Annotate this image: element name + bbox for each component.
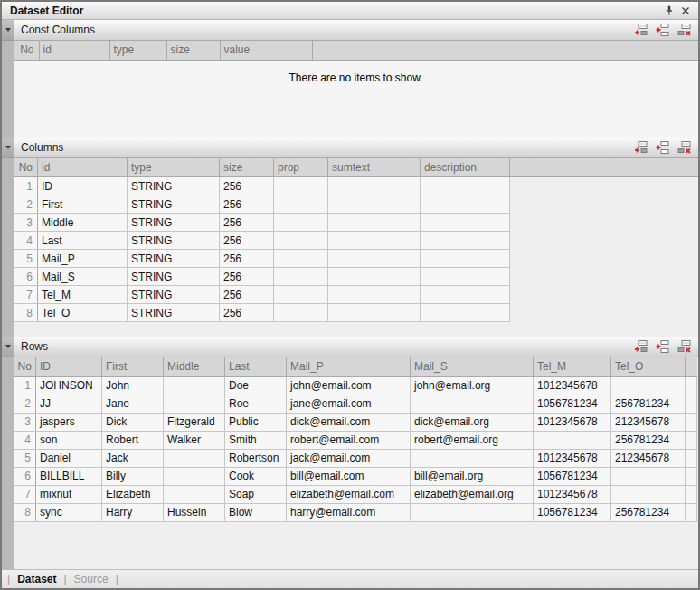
data-cell-type[interactable]: STRING	[128, 214, 220, 232]
collapse-toggle-rows[interactable]	[2, 337, 14, 357]
data-cell-middle[interactable]	[164, 395, 225, 413]
data-cell-type[interactable]: STRING	[128, 286, 220, 304]
data-cell-tel_o[interactable]: 212345678	[611, 413, 686, 431]
data-cell-middle[interactable]	[164, 467, 225, 485]
col-header-value[interactable]: value	[220, 41, 312, 60]
delete-row-button[interactable]	[676, 338, 693, 355]
data-cell-description[interactable]	[421, 232, 510, 250]
row-number-cell[interactable]: 6	[14, 268, 38, 286]
insert-row-button[interactable]	[654, 22, 671, 38]
data-cell-mail_s[interactable]: robert@email.org	[411, 431, 534, 449]
data-cell-sumtext[interactable]	[328, 250, 421, 268]
col-header-prop[interactable]: prop	[274, 158, 328, 177]
col-header-id[interactable]: ID	[36, 357, 102, 376]
data-cell-id[interactable]: ID	[38, 177, 128, 195]
col-header-description[interactable]: description	[421, 158, 510, 177]
data-cell-id[interactable]: BILLBILL	[36, 467, 102, 485]
data-cell-sumtext[interactable]	[328, 214, 421, 232]
row-number-cell[interactable]: 1	[14, 177, 38, 195]
data-cell-first[interactable]: Harry	[102, 503, 164, 521]
data-cell-description[interactable]	[421, 195, 510, 214]
data-cell-prop[interactable]	[274, 286, 328, 304]
data-cell-description[interactable]	[421, 286, 510, 304]
data-cell-id[interactable]: Mail_P	[38, 250, 128, 268]
data-cell-middle[interactable]: Hussein	[164, 503, 225, 521]
data-cell-mail_s[interactable]	[411, 395, 534, 413]
data-cell-last[interactable]: Public	[225, 413, 287, 431]
data-cell-mail_p[interactable]: dick@email.com	[287, 413, 411, 431]
row-number-cell[interactable]: 1	[14, 376, 36, 395]
row-number-cell[interactable]: 4	[14, 431, 36, 449]
data-cell-last[interactable]: Robertson	[225, 449, 287, 467]
data-cell-mail_p[interactable]: elizabeth@email.com	[287, 485, 411, 503]
data-cell-last[interactable]: Blow	[225, 503, 287, 521]
data-cell-mail_p[interactable]: john@email.com	[287, 376, 411, 395]
col-header-id[interactable]: id	[38, 158, 128, 177]
col-header-id[interactable]: id	[39, 41, 109, 60]
data-cell-id[interactable]: jaspers	[36, 413, 102, 431]
data-cell-sumtext[interactable]	[328, 304, 421, 322]
data-cell-description[interactable]	[421, 214, 510, 232]
row-number-cell[interactable]: 6	[14, 467, 36, 485]
col-header-no[interactable]: No	[14, 158, 38, 177]
data-cell-sumtext[interactable]	[328, 195, 421, 214]
data-cell-tel_o[interactable]	[611, 376, 686, 395]
tab-source[interactable]: Source	[74, 573, 109, 585]
data-cell-size[interactable]: 256	[220, 195, 274, 214]
data-cell-id[interactable]: First	[38, 195, 128, 214]
data-cell-prop[interactable]	[274, 250, 328, 268]
data-cell-first[interactable]: John	[102, 376, 164, 395]
row-number-cell[interactable]: 3	[14, 214, 38, 232]
data-cell-prop[interactable]	[274, 195, 328, 214]
data-cell-mail_s[interactable]: dick@email.org	[411, 413, 534, 431]
data-cell-id[interactable]: JJ	[36, 395, 102, 413]
data-cell-type[interactable]: STRING	[128, 304, 220, 322]
data-cell-tel_m[interactable]: 1012345678	[534, 485, 611, 503]
data-cell-id[interactable]: sync	[36, 503, 102, 521]
add-row-button[interactable]	[632, 338, 649, 355]
data-cell-middle[interactable]	[164, 485, 225, 503]
data-cell-mail_p[interactable]: robert@email.com	[287, 431, 411, 449]
col-header-sumtext[interactable]: sumtext	[328, 158, 421, 177]
col-header-type[interactable]: type	[109, 41, 166, 60]
data-cell-size[interactable]: 256	[220, 286, 274, 304]
data-cell-size[interactable]: 256	[220, 177, 274, 195]
data-cell-sumtext[interactable]	[328, 232, 421, 250]
data-cell-middle[interactable]: Walker	[164, 431, 225, 449]
data-cell-type[interactable]: STRING	[128, 268, 220, 286]
data-cell-last[interactable]: Smith	[225, 431, 287, 449]
data-cell-tel_m[interactable]	[534, 431, 611, 449]
data-cell-tel_o[interactable]	[611, 467, 686, 485]
pin-button[interactable]	[661, 4, 677, 18]
data-cell-id[interactable]: Last	[38, 232, 128, 250]
data-cell-prop[interactable]	[274, 304, 328, 322]
row-number-cell[interactable]: 2	[14, 195, 38, 214]
data-cell-tel_m[interactable]: 1012345678	[534, 413, 611, 431]
data-cell-first[interactable]: Dick	[102, 413, 164, 431]
row-number-cell[interactable]: 5	[14, 250, 38, 268]
col-header-mail-p[interactable]: Mail_P	[287, 357, 411, 376]
data-cell-sumtext[interactable]	[328, 286, 421, 304]
data-cell-tel_m[interactable]: 1056781234	[534, 395, 611, 413]
data-cell-mail_p[interactable]: bill@email.com	[287, 467, 411, 485]
col-header-no[interactable]: No	[14, 41, 39, 60]
delete-row-button[interactable]	[676, 22, 693, 38]
data-cell-prop[interactable]	[274, 232, 328, 250]
data-cell-prop[interactable]	[274, 268, 328, 286]
data-cell-tel_o[interactable]: 256781234	[611, 395, 686, 413]
data-cell-tel_m[interactable]: 1056781234	[534, 503, 611, 521]
data-cell-mail_s[interactable]	[411, 503, 534, 521]
data-cell-description[interactable]	[421, 304, 510, 322]
data-cell-mail_s[interactable]: john@email.org	[411, 376, 534, 395]
col-header-middle[interactable]: Middle	[164, 357, 225, 376]
col-header-no[interactable]: No	[14, 357, 36, 376]
data-cell-tel_o[interactable]	[611, 485, 686, 503]
add-row-button[interactable]	[632, 139, 649, 156]
data-cell-tel_m[interactable]: 1056781234	[534, 467, 611, 485]
data-cell-mail_s[interactable]: bill@email.org	[411, 467, 534, 485]
data-cell-mail_s[interactable]	[411, 449, 534, 467]
row-number-cell[interactable]: 8	[14, 304, 38, 322]
row-number-cell[interactable]: 7	[14, 286, 38, 304]
col-header-type[interactable]: type	[128, 158, 220, 177]
data-cell-type[interactable]: STRING	[128, 232, 220, 250]
